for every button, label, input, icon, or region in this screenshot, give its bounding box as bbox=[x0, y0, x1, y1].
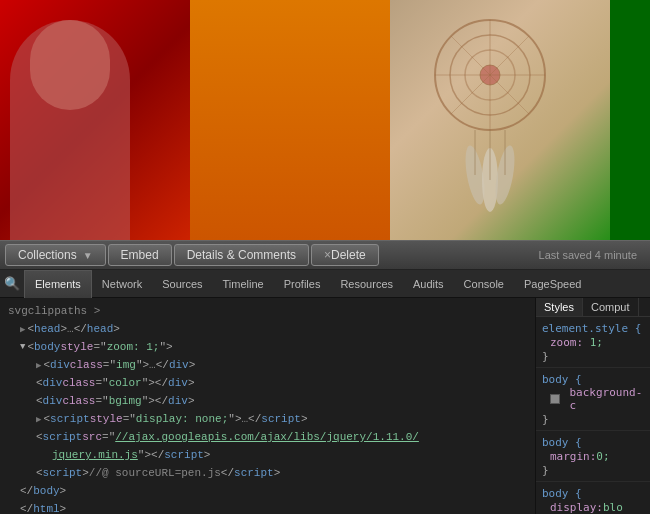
style-block-body-1: body { background-c } bbox=[536, 368, 650, 431]
code-line-script-display[interactable]: ▶ <script style="display: none;">…</scri… bbox=[0, 410, 535, 428]
styles-panel: Styles Comput element.style { zoom: 1; }… bbox=[535, 298, 650, 514]
search-icon[interactable]: 🔍 bbox=[0, 270, 24, 298]
style-close-2: } bbox=[542, 413, 549, 426]
code-line-body-close: </body> bbox=[0, 482, 535, 500]
code-line-script-sourceurl[interactable]: <script>//@ sourceURL=pen.js</script> bbox=[0, 464, 535, 482]
collections-label: Collections bbox=[18, 248, 77, 262]
delete-button[interactable]: Delete bbox=[311, 244, 379, 266]
tab-audits[interactable]: Audits bbox=[403, 270, 454, 298]
tab-elements[interactable]: Elements bbox=[24, 270, 92, 298]
color-swatch[interactable] bbox=[550, 394, 560, 404]
green-stripe bbox=[610, 0, 650, 240]
collections-arrow-icon: ▼ bbox=[83, 250, 93, 261]
code-line-div-bgimg[interactable]: <div class="bgimg"></div> bbox=[0, 392, 535, 410]
collections-button[interactable]: Collections ▼ bbox=[5, 244, 106, 266]
devtools-tabs: 🔍 Elements Network Sources Timeline Prof… bbox=[0, 270, 650, 298]
preview-section-red bbox=[0, 0, 190, 240]
style-selector-body2: body { bbox=[542, 436, 582, 449]
girl-body-shape bbox=[10, 20, 130, 240]
preview-section-orange bbox=[190, 0, 390, 240]
tab-timeline[interactable]: Timeline bbox=[213, 270, 274, 298]
tab-computed[interactable]: Comput bbox=[583, 298, 639, 316]
girl-photo bbox=[0, 0, 190, 240]
style-close-1: } bbox=[542, 350, 549, 363]
embed-button[interactable]: Embed bbox=[108, 244, 172, 266]
style-prop-margin: margin:0; bbox=[550, 450, 610, 463]
style-selector-element: element.style { bbox=[542, 322, 641, 335]
details-button[interactable]: Details & Comments bbox=[174, 244, 309, 266]
style-block-body-3: body { display:blo bbox=[536, 482, 650, 514]
tab-resources[interactable]: Resources bbox=[330, 270, 403, 298]
code-line-jquery-url[interactable]: jquery.min.js"></script> bbox=[0, 446, 535, 464]
preview-area bbox=[0, 0, 650, 240]
tab-styles[interactable]: Styles bbox=[536, 298, 583, 316]
tab-sources[interactable]: Sources bbox=[152, 270, 212, 298]
tab-pagespeed[interactable]: PageSpeed bbox=[514, 270, 592, 298]
style-prop-display: display:blo bbox=[550, 501, 623, 514]
dreamcatcher-svg bbox=[400, 5, 600, 225]
preview-section-dreamcatcher bbox=[390, 0, 650, 240]
embed-label: Embed bbox=[121, 248, 159, 262]
code-line-svgclippaths: svgclippaths > bbox=[0, 302, 535, 320]
details-label: Details & Comments bbox=[187, 248, 296, 262]
style-selector-body3: body { bbox=[542, 487, 582, 500]
styles-tabs: Styles Comput bbox=[536, 298, 650, 317]
code-line-body[interactable]: ▼ <body style="zoom: 1;"> bbox=[0, 338, 535, 356]
delete-label: Delete bbox=[331, 248, 366, 262]
style-block-body-2: body { margin:0; } bbox=[536, 431, 650, 482]
code-line-div-img[interactable]: ▶ <div class="img">…</div> bbox=[0, 356, 535, 374]
style-prop-zoom: zoom: 1; bbox=[550, 336, 603, 349]
tab-network[interactable]: Network bbox=[92, 270, 152, 298]
main-content: svgclippaths > ▶ <head>…</head> ▼ <body … bbox=[0, 298, 650, 514]
last-saved-text: Last saved 4 minute bbox=[539, 249, 637, 261]
code-line-html-close: </html> bbox=[0, 500, 535, 514]
tab-profiles[interactable]: Profiles bbox=[274, 270, 331, 298]
code-line-script-jquery[interactable]: <script src="//ajax.googleapis.com/ajax/… bbox=[0, 428, 535, 446]
toolbar: Collections ▼ Embed Details & Comments D… bbox=[0, 240, 650, 270]
style-prop-bg: background-c bbox=[570, 386, 645, 412]
style-close-3: } bbox=[542, 464, 549, 477]
code-panel: svgclippaths > ▶ <head>…</head> ▼ <body … bbox=[0, 298, 535, 514]
code-line-head[interactable]: ▶ <head>…</head> bbox=[0, 320, 535, 338]
style-selector-body1: body { bbox=[542, 373, 582, 386]
tab-console[interactable]: Console bbox=[454, 270, 514, 298]
style-block-element: element.style { zoom: 1; } bbox=[536, 317, 650, 368]
code-line-div-color[interactable]: <div class="color"></div> bbox=[0, 374, 535, 392]
